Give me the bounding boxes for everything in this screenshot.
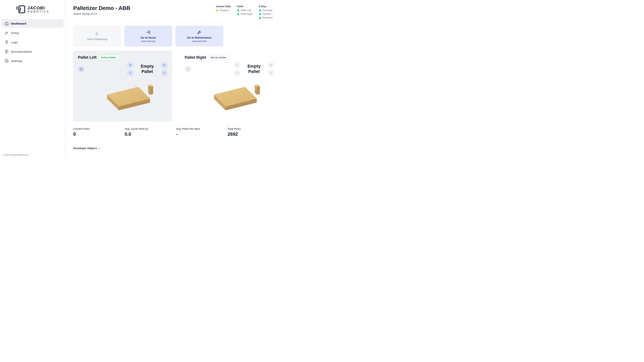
undo-button[interactable]	[185, 66, 191, 72]
prev-all-button[interactable]	[234, 62, 240, 68]
stat-value: 0.0	[125, 131, 176, 137]
prev-button[interactable]	[234, 70, 240, 76]
stat-current-picks: Current Picks 0	[73, 127, 125, 137]
stat-label: Total Picks	[228, 127, 279, 130]
status-item: Stopped	[216, 9, 231, 12]
dev-helpers-label: Developer Helpers	[73, 147, 97, 150]
sidebar-item-setup[interactable]: Setup	[2, 29, 64, 37]
stat-label: Avg. Cycle Time [s]	[125, 127, 176, 130]
status-col-pallet: Pallet Pallet Left Pallet Right	[237, 5, 252, 20]
sidebar-item-documentation[interactable]: Documentation	[2, 47, 64, 56]
stat-label: Current Picks	[73, 127, 125, 130]
logo-mark-icon	[16, 6, 26, 13]
chevron-left-icon	[236, 71, 239, 75]
sidebar-item-label: Logs	[11, 41, 18, 44]
svg-rect-0	[19, 6, 25, 13]
nav: Dashboard Setup Logs Documentation Setti…	[2, 19, 64, 65]
gear-icon	[5, 59, 8, 63]
copyright: © 2024 Jacobi Robotics Inc.	[2, 154, 64, 156]
start-palletizing-button[interactable]: Start Palletizing	[73, 26, 121, 46]
pallet-3d-icon	[90, 77, 156, 116]
page-subtitle: Active Setup #123	[73, 12, 130, 16]
active-pallet-badge: Active Pallet	[99, 55, 118, 60]
title-block: Palletizer Demo - ABB Active Setup #123	[73, 5, 130, 16]
status-col-estop: E-Stop Controller Pendant Protective	[259, 5, 273, 20]
sidebar-item-settings[interactable]: Settings	[2, 57, 64, 65]
developer-helpers-toggle[interactable]: Developer Helpers	[73, 147, 273, 150]
status-header: System State	[216, 5, 231, 8]
sidebar-item-label: Documentation	[11, 50, 32, 53]
status-item: Pendant	[259, 12, 273, 16]
undo-button[interactable]	[78, 66, 84, 72]
svg-rect-4	[6, 41, 8, 43]
login-icon	[146, 30, 150, 35]
pallet-visualization	[185, 76, 274, 117]
undo-icon	[186, 68, 190, 71]
action-label: Go to Maintenance	[187, 36, 211, 39]
next-button[interactable]	[268, 70, 274, 76]
stats: Current Picks 0 Avg. Cycle Time [s] 0.0 …	[73, 127, 273, 137]
pallet-visualization	[78, 76, 168, 117]
sidebar: JACOBI ROBOTICS Dashboard Setup Logs Doc…	[0, 0, 66, 158]
pallet-right-card: Pallet Right Set as Active Empty Pallet	[180, 51, 279, 121]
pallet-status: Empty Pallet	[242, 64, 266, 74]
go-to-maintenance-button[interactable]: Go to Maintenance press and hold	[175, 26, 223, 46]
tools-icon	[5, 31, 8, 35]
svg-marker-13	[96, 32, 98, 35]
action-label: Start Palletizing	[87, 38, 107, 41]
status-label: Controller	[262, 9, 272, 12]
stat-total-picks: Total Picks 2692	[228, 127, 279, 137]
chevron-left-icon	[129, 71, 132, 75]
undo-icon	[80, 68, 83, 71]
action-hint: press and hold	[141, 40, 155, 42]
play-icon	[95, 31, 100, 36]
status-groups: System State Stopped Pallet Pallet Left …	[216, 5, 273, 20]
status-item: Protective	[259, 16, 273, 20]
pallet-title: Pallet Left	[78, 55, 96, 60]
prev-button[interactable]	[127, 70, 134, 76]
stat-value: 0	[73, 131, 125, 137]
status-dot-icon	[259, 17, 261, 19]
status-label: Pallet Left	[240, 9, 251, 12]
stat-avg-cycle-time: Avg. Cycle Time [s] 0.0	[125, 127, 176, 137]
home-icon	[5, 22, 8, 25]
next-button[interactable]	[161, 70, 168, 76]
chevron-right-icon	[163, 71, 166, 75]
sidebar-item-dashboard[interactable]: Dashboard	[2, 19, 64, 28]
sidebar-item-label: Dashboard	[11, 22, 26, 25]
svg-point-7	[217, 10, 218, 11]
stat-value: -	[176, 131, 228, 137]
svg-marker-19	[150, 86, 153, 95]
prev-all-button[interactable]	[127, 62, 134, 68]
set-as-active-button[interactable]: Set as Active	[208, 55, 228, 60]
status-label: Pallet Right	[240, 12, 252, 16]
sidebar-item-label: Settings	[11, 59, 22, 63]
main: Palletizer Demo - ABB Active Setup #123 …	[66, 0, 280, 158]
stat-avg-picks-per-hour: Avg. Picks Per Hour -	[176, 127, 228, 137]
chevron-down-icon	[98, 147, 101, 150]
pallets: Pallet Left Active Pallet Empty Pallet	[73, 51, 273, 121]
status-item: Controller	[259, 9, 273, 12]
status-item: Pallet Right	[237, 12, 252, 16]
chevrons-right-icon	[163, 64, 166, 67]
next-all-button[interactable]	[161, 62, 168, 68]
pallet-status: Empty Pallet	[136, 64, 159, 74]
pallet-3d-icon	[196, 77, 262, 116]
svg-marker-25	[257, 86, 260, 95]
logo-text-2: ROBOTICS	[28, 10, 50, 13]
sidebar-item-logs[interactable]: Logs	[2, 38, 64, 46]
status-header: Pallet	[237, 5, 252, 8]
go-to-home-button[interactable]: Go to Home press and hold	[124, 26, 172, 46]
logo-text-1: JACOBI	[28, 6, 50, 10]
status-dot-icon	[237, 9, 240, 12]
action-hint: press and hold	[192, 40, 206, 42]
status-label: Pendant	[262, 12, 271, 16]
next-all-button[interactable]	[268, 62, 274, 68]
chevrons-right-icon	[270, 64, 272, 67]
stat-label: Avg. Picks Per Hour	[176, 127, 228, 130]
status-label: Protective	[262, 16, 273, 20]
status-header: E-Stop	[259, 5, 273, 8]
chevrons-left-icon	[236, 64, 239, 67]
sidebar-item-label: Setup	[11, 31, 19, 35]
clipboard-icon	[5, 40, 8, 44]
